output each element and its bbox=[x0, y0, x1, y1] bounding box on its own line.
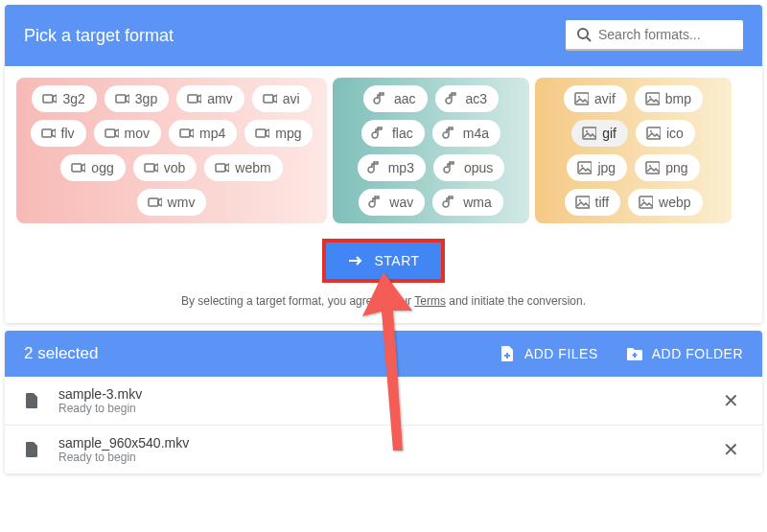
format-flac[interactable]: flac bbox=[361, 120, 425, 147]
format-mpg[interactable]: mpg bbox=[244, 120, 313, 147]
format-mov[interactable]: mov bbox=[94, 120, 161, 147]
format-flv[interactable]: flv bbox=[31, 120, 86, 147]
file-status: Ready to begin bbox=[58, 402, 717, 415]
format-webp[interactable]: webp bbox=[628, 189, 702, 216]
format-mp4[interactable]: mp4 bbox=[169, 120, 237, 147]
video-icon bbox=[70, 160, 85, 175]
music-note-icon bbox=[373, 91, 388, 106]
image-group: avifbmpgificojpgpngtiffwebp bbox=[535, 78, 732, 223]
document-icon bbox=[22, 391, 49, 410]
format-ogg[interactable]: ogg bbox=[60, 154, 125, 181]
format-ac3[interactable]: ac3 bbox=[435, 85, 500, 112]
format-label: tiff bbox=[595, 195, 610, 210]
video-icon bbox=[143, 160, 158, 175]
video-icon bbox=[254, 126, 269, 141]
file-meta: sample_960x540.mkvReady to begin bbox=[49, 435, 717, 464]
audio-group: aacac3flacm4amp3opuswavwma bbox=[333, 78, 529, 223]
image-icon bbox=[581, 126, 596, 141]
music-note-icon bbox=[442, 126, 457, 141]
video-icon bbox=[104, 126, 119, 141]
format-png[interactable]: png bbox=[635, 154, 699, 181]
format-label: 3gp bbox=[135, 91, 157, 106]
file-status: Ready to begin bbox=[58, 451, 717, 464]
format-label: avi bbox=[283, 91, 300, 106]
add-files-label: ADD FILES bbox=[524, 346, 598, 361]
file-name: sample_960x540.mkv bbox=[58, 435, 717, 451]
format-label: webp bbox=[659, 195, 690, 210]
format-mp3[interactable]: mp3 bbox=[358, 154, 426, 181]
search-box[interactable] bbox=[566, 20, 743, 51]
format-label: mp3 bbox=[388, 160, 414, 175]
format-bmp[interactable]: bmp bbox=[635, 85, 703, 112]
format-webm[interactable]: webm bbox=[204, 154, 282, 181]
search-input[interactable] bbox=[598, 27, 733, 42]
format-gif[interactable]: gif bbox=[571, 120, 628, 147]
image-icon bbox=[638, 195, 653, 210]
add-files-button[interactable]: ADD FILES bbox=[498, 344, 598, 363]
format-ico[interactable]: ico bbox=[636, 120, 695, 147]
video-icon bbox=[147, 195, 162, 210]
music-note-icon bbox=[443, 160, 458, 175]
format-groups: 3g23gpamvaviflvmovmp4mpgoggvobwebmwmv aa… bbox=[5, 66, 762, 231]
remove-file-button[interactable]: ✕ bbox=[717, 438, 745, 461]
format-avif[interactable]: avif bbox=[564, 85, 627, 112]
search-icon bbox=[575, 26, 593, 43]
format-label: png bbox=[665, 160, 687, 175]
video-icon bbox=[114, 91, 129, 106]
format-label: ac3 bbox=[466, 91, 488, 106]
image-icon bbox=[574, 195, 590, 210]
format-label: vob bbox=[164, 160, 186, 175]
file-name: sample-3.mkv bbox=[58, 386, 717, 402]
music-note-icon bbox=[367, 160, 383, 175]
format-label: flv bbox=[61, 126, 75, 141]
terms-link[interactable]: Terms bbox=[414, 294, 446, 308]
add-folder-button[interactable]: ADD FOLDER bbox=[625, 344, 743, 363]
format-label: wav bbox=[389, 195, 413, 210]
image-icon bbox=[644, 160, 660, 175]
format-label: avif bbox=[594, 91, 616, 106]
video-icon bbox=[186, 91, 201, 106]
video-icon bbox=[40, 126, 56, 141]
music-note-icon bbox=[371, 126, 386, 141]
file-row[interactable]: sample_960x540.mkvReady to begin✕ bbox=[5, 426, 762, 474]
start-button[interactable]: START bbox=[326, 243, 440, 279]
terms-suffix: and initiate the conversion. bbox=[446, 294, 586, 308]
format-wmv[interactable]: wmv bbox=[137, 189, 207, 216]
format-tiff[interactable]: tiff bbox=[565, 189, 621, 216]
terms-text: By selecting a target format, you agree … bbox=[5, 289, 762, 323]
video-icon bbox=[214, 160, 229, 175]
format-label: opus bbox=[464, 160, 493, 175]
music-note-icon bbox=[368, 195, 384, 210]
image-icon bbox=[573, 91, 589, 106]
format-wav[interactable]: wav bbox=[359, 189, 425, 216]
format-3gp[interactable]: 3gp bbox=[105, 85, 169, 112]
add-folder-label: ADD FOLDER bbox=[652, 346, 743, 361]
arrow-right-icon bbox=[347, 252, 364, 269]
format-label: gif bbox=[602, 126, 616, 141]
file-row[interactable]: sample-3.mkvReady to begin✕ bbox=[5, 377, 762, 426]
format-wma[interactable]: wma bbox=[432, 189, 503, 216]
format-label: amv bbox=[207, 91, 232, 106]
format-aac[interactable]: aac bbox=[363, 85, 428, 112]
file-meta: sample-3.mkvReady to begin bbox=[49, 386, 717, 415]
format-jpg[interactable]: jpg bbox=[567, 154, 627, 181]
terms-prefix: By selecting a target format, you agree … bbox=[181, 294, 414, 308]
start-highlight: START bbox=[322, 239, 444, 283]
format-avi[interactable]: avi bbox=[252, 85, 312, 112]
add-file-icon bbox=[498, 344, 517, 363]
format-amv[interactable]: amv bbox=[176, 85, 244, 112]
video-group: 3g23gpamvaviflvmovmp4mpgoggvobwebmwmv bbox=[16, 78, 327, 223]
format-label: aac bbox=[394, 91, 416, 106]
format-picker-card: Pick a target format 3g23gpamvaviflvmovm… bbox=[5, 5, 762, 323]
format-label: jpg bbox=[597, 160, 616, 175]
format-label: flac bbox=[392, 126, 413, 141]
format-m4a[interactable]: m4a bbox=[432, 120, 500, 147]
format-vob[interactable]: vob bbox=[133, 154, 198, 181]
format-3g2[interactable]: 3g2 bbox=[32, 85, 96, 112]
image-icon bbox=[644, 91, 660, 106]
image-icon bbox=[576, 160, 592, 175]
format-label: wma bbox=[463, 195, 492, 210]
document-icon bbox=[22, 440, 49, 459]
remove-file-button[interactable]: ✕ bbox=[717, 389, 745, 412]
format-opus[interactable]: opus bbox=[433, 154, 504, 181]
